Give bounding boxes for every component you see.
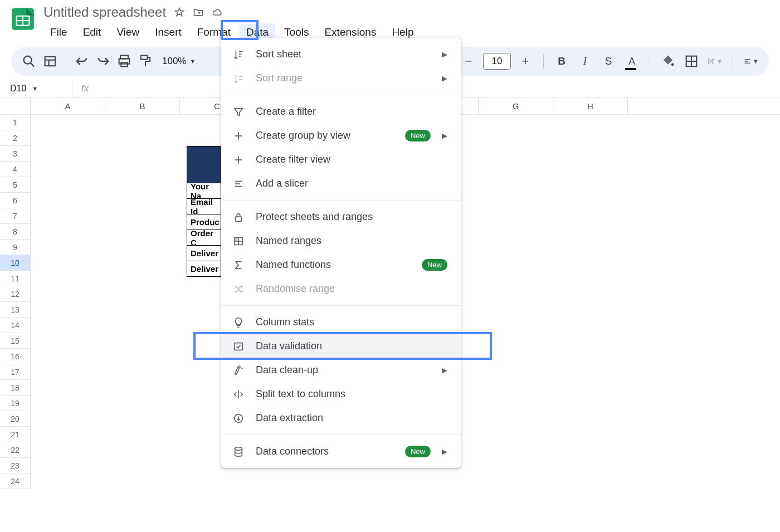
- new-badge: New: [405, 446, 431, 457]
- menu-item-create-filter-view[interactable]: Create filter view: [221, 148, 461, 172]
- row-header[interactable]: 17: [0, 364, 31, 380]
- menu-item-label: Data extraction: [256, 412, 447, 424]
- header: Untitled spreadsheet FileEditViewInsertF…: [0, 0, 780, 41]
- row-header[interactable]: 4: [0, 162, 31, 177]
- row-header[interactable]: 7: [0, 208, 31, 224]
- row-header[interactable]: 16: [0, 349, 31, 364]
- svg-point-40: [235, 447, 242, 450]
- row-header[interactable]: 8: [0, 224, 31, 240]
- redo-icon[interactable]: [95, 53, 111, 69]
- row-header[interactable]: 12: [0, 286, 31, 302]
- row-header[interactable]: 18: [0, 380, 31, 396]
- sigma-icon: [232, 259, 245, 271]
- menu-item-data-validation[interactable]: Data validation: [221, 334, 461, 358]
- validation-icon: [232, 340, 245, 353]
- sheets-logo[interactable]: [10, 6, 36, 32]
- document-title[interactable]: Untitled spreadsheet: [43, 4, 166, 20]
- row-header[interactable]: 5: [0, 177, 31, 193]
- row-header[interactable]: 14: [0, 318, 31, 333]
- submenu-arrow-icon: ▶: [442, 366, 447, 374]
- submenu-arrow-icon: ▶: [442, 50, 447, 58]
- undo-icon[interactable]: [74, 53, 90, 69]
- menu-item-protect-sheets-and-ranges[interactable]: Protect sheets and ranges: [221, 205, 461, 229]
- menu-item-create-a-filter[interactable]: Create a filter: [221, 100, 461, 124]
- svg-rect-12: [141, 56, 148, 60]
- menu-item-label: Sort range: [256, 72, 431, 84]
- row-header[interactable]: 15: [0, 333, 31, 349]
- italic-icon[interactable]: I: [577, 53, 593, 69]
- row-header[interactable]: 21: [0, 427, 31, 442]
- bold-icon[interactable]: B: [554, 53, 569, 69]
- split-icon: [232, 388, 245, 401]
- svg-rect-6: [45, 57, 56, 66]
- layout-icon[interactable]: [42, 53, 58, 69]
- fx-label: fx: [72, 83, 89, 94]
- row-header[interactable]: 1: [0, 115, 31, 130]
- row-header[interactable]: 11: [0, 271, 31, 286]
- row-header[interactable]: 22: [0, 442, 31, 458]
- menu-item-randomise-range: Randomise range: [221, 277, 461, 301]
- col-header[interactable]: A: [31, 98, 105, 114]
- col-header[interactable]: G: [479, 98, 553, 114]
- cell-label[interactable]: Deliver: [187, 246, 221, 261]
- menu-item-create-group-by-view[interactable]: Create group by viewNew▶: [221, 124, 461, 148]
- row-header[interactable]: 19: [0, 396, 31, 411]
- plus-icon: [232, 130, 245, 142]
- cloud-status-icon[interactable]: [212, 7, 223, 18]
- row-header[interactable]: 3: [0, 146, 31, 162]
- menu-item-label: Data validation: [256, 340, 447, 352]
- row-header[interactable]: 23: [0, 458, 31, 474]
- menu-item-label: Create filter view: [256, 154, 447, 165]
- row-header[interactable]: 10: [0, 255, 31, 271]
- cell-label[interactable]: Order C: [187, 230, 221, 246]
- row-header[interactable]: 9: [0, 240, 31, 255]
- menu-item-data-extraction[interactable]: Data extraction: [221, 406, 461, 430]
- move-folder-icon[interactable]: [193, 7, 204, 18]
- cell-label[interactable]: Email Id: [187, 199, 221, 214]
- col-header[interactable]: B: [105, 98, 180, 114]
- menu-item-label: Column stats: [256, 316, 447, 328]
- menu-file[interactable]: File: [43, 23, 74, 41]
- col-header[interactable]: H: [553, 98, 628, 114]
- menu-view[interactable]: View: [110, 23, 146, 41]
- strikethrough-icon[interactable]: S: [601, 53, 616, 69]
- row-header[interactable]: 24: [0, 474, 31, 489]
- font-size-increase-icon[interactable]: +: [518, 53, 533, 69]
- menu-item-data-clean-up[interactable]: Data clean-up▶: [221, 358, 461, 382]
- menu-item-add-a-slicer[interactable]: Add a slicer: [221, 172, 461, 196]
- row-header[interactable]: 13: [0, 302, 31, 318]
- borders-icon[interactable]: [684, 53, 699, 69]
- submenu-arrow-icon: ▶: [442, 74, 447, 82]
- menu-edit[interactable]: Edit: [76, 23, 108, 41]
- print-icon[interactable]: [116, 53, 132, 69]
- font-size-input[interactable]: 10: [483, 53, 511, 70]
- row-header[interactable]: 20: [0, 411, 31, 427]
- horizontal-align-icon[interactable]: ▼: [743, 53, 759, 69]
- new-badge: New: [405, 130, 431, 141]
- menu-item-sort-sheet[interactable]: Sort sheet▶: [221, 42, 461, 66]
- select-all-cell[interactable]: [0, 98, 31, 114]
- menu-item-split-text-to-columns[interactable]: Split text to columns: [221, 382, 461, 406]
- menu-insert[interactable]: Insert: [148, 23, 188, 41]
- menu-item-named-ranges[interactable]: Named ranges: [221, 229, 461, 253]
- menu-item-data-connectors[interactable]: Data connectorsNew▶: [221, 440, 461, 463]
- search-icon[interactable]: [21, 53, 37, 69]
- row-header[interactable]: 6: [0, 193, 31, 208]
- fill-color-icon[interactable]: [660, 53, 676, 69]
- name-box[interactable]: D10 ▼: [0, 79, 72, 97]
- font-size-decrease-icon[interactable]: −: [461, 53, 476, 69]
- menu-item-column-stats[interactable]: Column stats: [221, 310, 461, 334]
- menu-item-sort-range: Sort range▶: [221, 66, 461, 90]
- svg-rect-34: [235, 237, 238, 241]
- paint-format-icon[interactable]: [138, 53, 153, 69]
- star-icon[interactable]: [174, 7, 185, 18]
- menu-item-named-functions[interactable]: Named functionsNew: [221, 253, 461, 277]
- menu-item-label: Data connectors: [256, 446, 394, 457]
- zoom-select[interactable]: 100%▼: [159, 56, 199, 67]
- row-headers: 123456789101112131415161718192021222324: [0, 115, 31, 489]
- text-color-icon[interactable]: A: [624, 53, 640, 69]
- merge-cells-icon[interactable]: ▼: [707, 53, 723, 69]
- row-header[interactable]: 2: [0, 130, 31, 146]
- bulb-icon: [232, 316, 245, 329]
- cell-label[interactable]: Deliver: [187, 261, 221, 277]
